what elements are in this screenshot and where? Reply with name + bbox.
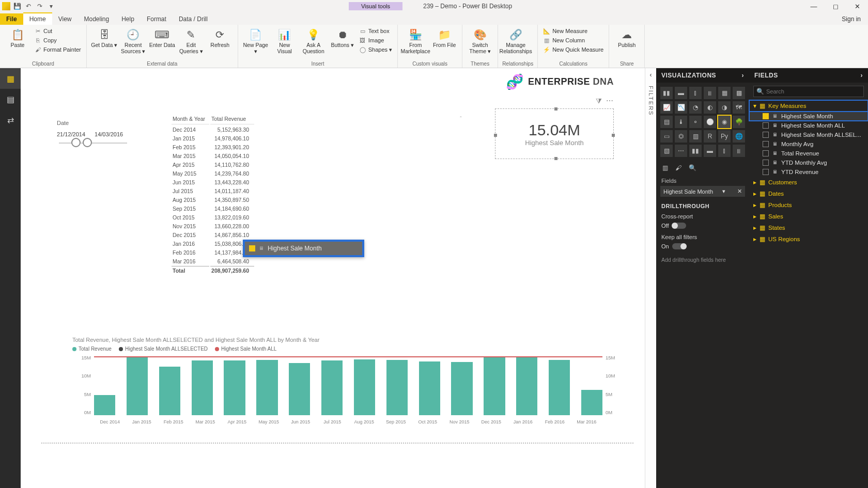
viz-type-icon[interactable]: 📉 xyxy=(675,101,687,114)
new-page-button[interactable]: 📄New Page ▾ xyxy=(242,27,269,54)
combo-chart-visual[interactable]: Total Revenue, Highest Sale Month ALLSEL… xyxy=(72,337,624,440)
table-header[interactable]: ▸▦Dates xyxy=(749,188,868,199)
chart-bar[interactable] xyxy=(354,359,375,415)
field-item[interactable]: 🖩Highest Sale Month ALLSEL... xyxy=(749,130,868,139)
chart-bar[interactable] xyxy=(127,357,148,415)
table-row[interactable]: Apr 201514,110,762.80 xyxy=(172,161,254,168)
viz-type-icon[interactable]: ⚪ xyxy=(704,116,716,128)
viz-type-icon[interactable]: ▮▮ xyxy=(689,145,702,157)
table-col-revenue[interactable]: Total Revenue xyxy=(210,115,254,124)
publish-button[interactable]: ☁Publish xyxy=(613,27,640,49)
viz-type-icon[interactable]: 🗺 xyxy=(733,101,745,114)
collapse-pane-icon[interactable]: › xyxy=(742,72,745,79)
undo-icon[interactable]: ↶ xyxy=(24,2,33,11)
tab-home[interactable]: Home xyxy=(23,12,52,25)
checkbox-icon[interactable] xyxy=(763,160,769,166)
filters-collapsed-rail[interactable]: ‹ FILTERS xyxy=(645,68,656,488)
model-view-button[interactable]: ⇄ xyxy=(0,109,21,130)
checkbox-icon[interactable] xyxy=(763,150,769,156)
table-row[interactable]: Dec 20145,152,963.30 xyxy=(172,125,254,133)
report-canvas[interactable]: 🧬 ENTERPRISE DNA ⧩ ⋯ 15.04M Highest Sale… xyxy=(21,68,645,488)
slider-handle-end[interactable] xyxy=(83,138,92,147)
field-item[interactable]: 🖩YTD Monthly Avg xyxy=(749,158,868,167)
table-row[interactable]: Feb 201512,393,901.20 xyxy=(172,143,254,151)
table-row[interactable]: Jul 201514,011,187.40 xyxy=(172,187,254,195)
chart-bar[interactable] xyxy=(94,395,115,415)
tab-modeling[interactable]: Modeling xyxy=(78,13,115,25)
table-header[interactable]: ▸▦States xyxy=(749,222,868,233)
slider-handle-start[interactable] xyxy=(71,138,81,147)
viz-type-icon[interactable]: 🌡 xyxy=(675,116,687,128)
qat-dropdown-icon[interactable]: ▾ xyxy=(47,2,56,11)
viz-type-icon[interactable]: ⚬ xyxy=(689,116,702,128)
viz-type-icon[interactable]: ⫿ xyxy=(718,145,731,157)
table-row[interactable]: Dec 201514,867,856.10 xyxy=(172,231,254,239)
date-slicer[interactable]: Date 21/12/2014 14/03/2016 xyxy=(57,120,129,144)
checkbox-icon[interactable] xyxy=(763,141,769,147)
save-icon[interactable]: 💾 xyxy=(12,2,22,11)
viz-type-icon[interactable]: ▮▮ xyxy=(660,87,673,99)
refresh-button[interactable]: ⟳Refresh xyxy=(207,27,234,49)
filter-icon[interactable]: ⧩ xyxy=(596,97,602,105)
format-painter-button[interactable]: 🖌Format Painter xyxy=(33,45,82,54)
chart-bar[interactable] xyxy=(386,360,408,415)
fields-tab-icon[interactable]: ▥ xyxy=(662,164,668,171)
viz-type-icon[interactable]: Py xyxy=(718,130,731,143)
checkbox-icon[interactable] xyxy=(763,113,769,119)
cut-button[interactable]: ✂Cut xyxy=(33,27,82,35)
viz-type-icon[interactable]: ⋯ xyxy=(675,145,687,157)
close-button[interactable]: ✕ xyxy=(846,0,868,12)
collapse-pane-icon[interactable]: › xyxy=(861,72,863,79)
recent-sources-button[interactable]: 🕘Recent Sources ▾ xyxy=(120,27,147,54)
viz-type-icon[interactable]: ▧ xyxy=(660,145,673,157)
viz-type-icon[interactable]: ◉ xyxy=(718,116,731,128)
viz-type-icon[interactable]: ▩ xyxy=(733,87,745,99)
new-column-button[interactable]: ▥New Column xyxy=(542,36,605,44)
table-row[interactable]: Mar 20166,464,508.40 xyxy=(172,257,254,265)
from-marketplace-button[interactable]: 🏪From Marketplace xyxy=(402,27,429,54)
chart-bar[interactable] xyxy=(192,360,213,415)
viz-type-icon[interactable]: ▦ xyxy=(718,87,731,99)
tab-format[interactable]: Format xyxy=(141,13,173,25)
new-measure-button[interactable]: 📐New Measure xyxy=(542,27,605,35)
checkbox-icon[interactable] xyxy=(763,122,769,129)
table-header[interactable]: ▸▦Customers xyxy=(749,177,868,188)
maximize-button[interactable]: ◻ xyxy=(825,0,846,12)
image-button[interactable]: 🖼Image xyxy=(358,36,393,44)
chart-bar[interactable] xyxy=(159,367,180,415)
field-item[interactable]: 🖩Total Revenue xyxy=(749,149,868,158)
tab-help[interactable]: Help xyxy=(115,13,141,25)
chart-bar[interactable] xyxy=(581,390,602,415)
viz-type-icon[interactable]: ▤ xyxy=(660,116,673,128)
viz-type-icon[interactable]: ⫼ xyxy=(733,145,745,157)
chart-bar[interactable] xyxy=(224,360,245,416)
shapes-button[interactable]: ◯Shapes ▾ xyxy=(358,45,393,54)
table-row[interactable]: May 201514,239,764.80 xyxy=(172,169,254,177)
table-header[interactable]: ▸▦US Regions xyxy=(749,233,868,245)
format-tab-icon[interactable]: 🖌 xyxy=(675,164,681,171)
table-header[interactable]: ▸▦Products xyxy=(749,199,868,211)
viz-type-icon[interactable]: ▬ xyxy=(704,145,716,157)
table-row[interactable]: Mar 201514,050,054.10 xyxy=(172,152,254,160)
fields-search-input[interactable] xyxy=(753,86,864,97)
chart-bar[interactable] xyxy=(321,360,343,415)
manage-relationships-button[interactable]: 🔗Manage Relationships xyxy=(502,27,529,54)
viz-type-icon[interactable]: ◔ xyxy=(689,101,702,114)
paste-button[interactable]: 📋Paste xyxy=(4,27,31,49)
new-visual-button[interactable]: 📊New Visual xyxy=(271,27,298,54)
slicer-from[interactable]: 21/12/2014 xyxy=(57,131,85,137)
chart-bar[interactable] xyxy=(549,360,570,415)
table-row[interactable]: Nov 201513,660,228.00 xyxy=(172,222,254,230)
chart-bar[interactable] xyxy=(516,356,537,415)
new-quick-measure-button[interactable]: ⚡New Quick Measure xyxy=(542,45,605,54)
switch-theme-button[interactable]: 🎨Switch Theme ▾ xyxy=(467,27,493,54)
tab-datadrill[interactable]: Data / Drill xyxy=(173,13,214,25)
viz-type-icon[interactable]: 🌳 xyxy=(733,116,745,128)
copy-button[interactable]: ⎘Copy xyxy=(33,36,82,44)
table-row[interactable]: Jan 201615,038,806.60 xyxy=(172,240,254,247)
checkbox-icon[interactable] xyxy=(763,169,769,175)
table-header[interactable]: ▸▦Sales xyxy=(749,211,868,222)
viz-type-icon[interactable]: R xyxy=(704,130,716,143)
data-view-button[interactable]: ▤ xyxy=(0,89,21,109)
table-header-key-measures[interactable]: ▾ ▦ Key Measures xyxy=(749,100,868,112)
